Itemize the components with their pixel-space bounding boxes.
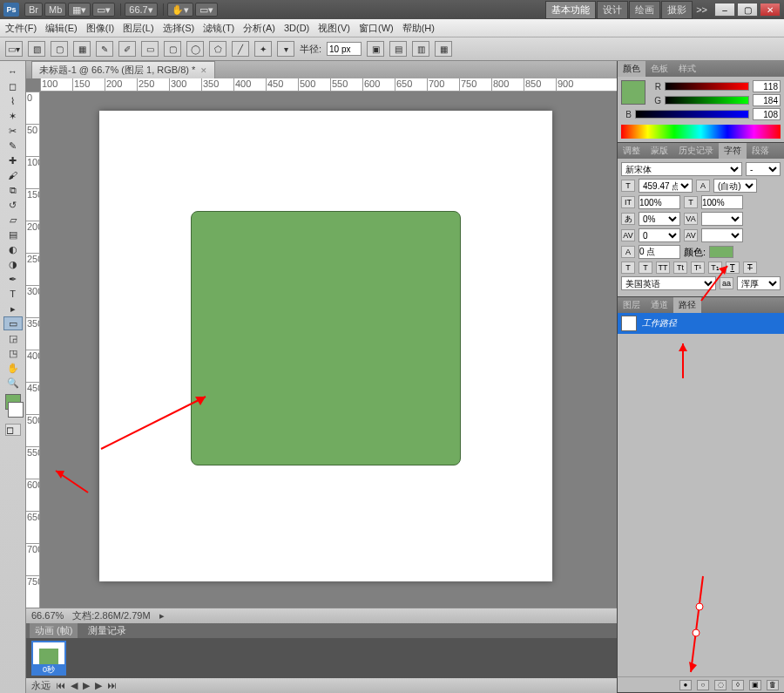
arrange-docs-button[interactable]: ▦▾	[68, 3, 91, 17]
rect-shape-icon[interactable]: ▭	[141, 41, 159, 57]
measure-log-tab[interactable]: 测量记录	[83, 623, 132, 638]
b-input[interactable]	[753, 108, 781, 120]
pen-tool[interactable]: ✒	[3, 272, 23, 286]
eyedropper-tool[interactable]: ✎	[3, 139, 23, 153]
color-swatch[interactable]	[621, 80, 645, 105]
ellipse-shape-icon[interactable]: ◯	[186, 41, 204, 57]
canvas-viewport[interactable]	[40, 92, 617, 608]
3d-camera-tool[interactable]: ◳	[3, 346, 23, 360]
first-frame-icon[interactable]: ⏮	[56, 680, 65, 690]
radius-input[interactable]	[327, 42, 362, 56]
lasso-tool[interactable]: ⌇	[3, 94, 23, 108]
ruler-vertical[interactable]: 0501001502002503003504004505005506006507…	[26, 92, 40, 608]
allcaps-icon[interactable]: TT	[656, 262, 670, 274]
menu-help[interactable]: 帮助(H)	[402, 22, 435, 35]
frame-thumbnail[interactable]: 0秒	[31, 641, 66, 676]
bold-icon[interactable]: T	[621, 262, 635, 274]
workspace-design[interactable]: 设计	[597, 1, 628, 19]
g-slider[interactable]	[665, 96, 749, 105]
menu-window[interactable]: 窗口(W)	[359, 22, 394, 35]
screen-mode-button[interactable]: ▭▾	[92, 3, 115, 17]
view-extras[interactable]: ▭▾	[195, 3, 218, 17]
hand-tool[interactable]: ✋	[3, 361, 23, 375]
menu-view[interactable]: 视图(V)	[318, 22, 350, 35]
frame-duration[interactable]: 0秒	[33, 664, 64, 676]
text-color-swatch[interactable]	[709, 246, 733, 258]
history-brush-tool[interactable]: ↺	[3, 198, 23, 212]
r-input[interactable]	[753, 80, 781, 92]
shape-layers-mode[interactable]: ▧	[28, 41, 45, 57]
antialias-select[interactable]: 浑厚	[737, 276, 781, 290]
workspace-painting[interactable]: 绘画	[629, 1, 660, 19]
document-tab[interactable]: 未标题-1 @ 66.7% (图层 1, RGB/8) * ✕	[31, 61, 215, 78]
new-path-icon[interactable]: ▣	[749, 680, 761, 690]
path-to-selection-icon[interactable]: ◌	[714, 680, 727, 690]
color-ramp[interactable]	[621, 125, 781, 139]
menu-file[interactable]: 文件(F)	[5, 22, 37, 35]
zoom-tool[interactable]: 🔍	[3, 376, 23, 390]
character-tab[interactable]: 字符	[719, 143, 747, 159]
font-size-select[interactable]: 459.47 点	[639, 179, 693, 193]
color-tab[interactable]: 颜色	[618, 61, 645, 77]
workspace-photography[interactable]: 摄影	[661, 1, 693, 19]
close-tab-icon[interactable]: ✕	[200, 66, 207, 75]
channels-tab[interactable]: 通道	[645, 297, 673, 313]
smallcaps-icon[interactable]: Tt	[673, 262, 687, 274]
menu-3d[interactable]: 3D(D)	[284, 23, 309, 33]
italic-icon[interactable]: T	[639, 262, 652, 274]
blur-tool[interactable]: ◐	[3, 242, 23, 256]
kern-auto-select[interactable]	[701, 212, 743, 226]
document-info[interactable]: 文档:2.86M/2.79M	[72, 609, 150, 622]
quick-mask-button[interactable]: ◻	[5, 424, 21, 436]
3d-tool[interactable]: ◲	[3, 331, 23, 345]
workspace-essentials[interactable]: 基本功能	[545, 1, 596, 19]
paragraph-tab[interactable]: 段落	[747, 143, 774, 159]
strike-icon[interactable]: T̶	[743, 262, 757, 274]
minibridge-button[interactable]: Mb	[44, 3, 66, 17]
hscale-input[interactable]	[701, 195, 743, 209]
custom-shape-icon[interactable]: ✦	[254, 41, 272, 57]
hand-tool-shortcut[interactable]: ✋▾	[167, 3, 193, 17]
status-arrow-icon[interactable]: ▸	[159, 610, 165, 622]
play-icon[interactable]: ▶	[83, 680, 90, 691]
baseline-input[interactable]	[639, 245, 680, 259]
polygon-shape-icon[interactable]: ⬠	[209, 41, 226, 57]
rounded-rectangle-shape[interactable]	[191, 211, 461, 465]
healing-tool[interactable]: ✚	[3, 153, 23, 167]
swatches-tab[interactable]: 色板	[645, 61, 673, 77]
gradient-tool[interactable]: ▤	[3, 228, 23, 241]
leading-select[interactable]: (自动)	[713, 179, 757, 193]
animation-tab[interactable]: 动画 (帧)	[30, 623, 78, 638]
paths-mode[interactable]: ▢	[51, 41, 68, 57]
loop-forever[interactable]: 永远	[31, 679, 51, 692]
combine-exclude[interactable]: ▦	[435, 41, 452, 57]
minimize-button[interactable]: –	[714, 3, 735, 17]
stroke-path-icon[interactable]: ○	[697, 680, 709, 690]
quick-select-tool[interactable]: ✶	[3, 109, 23, 123]
crop-tool[interactable]: ✂	[3, 124, 23, 138]
prev-frame-icon[interactable]: ◀	[71, 680, 78, 691]
adjustments-tab[interactable]: 调整	[618, 143, 645, 159]
line-shape-icon[interactable]: ╱	[232, 41, 249, 57]
canvas[interactable]	[99, 111, 552, 581]
eraser-tool[interactable]: ▱	[3, 213, 23, 227]
geometry-options[interactable]: ▾	[277, 41, 294, 57]
vscale-input[interactable]	[639, 195, 680, 209]
type-tool[interactable]: T	[3, 287, 23, 301]
layers-tab[interactable]: 图层	[618, 297, 645, 313]
menu-image[interactable]: 图像(I)	[86, 22, 114, 35]
kerning-select[interactable]: 0	[639, 228, 680, 242]
menu-analysis[interactable]: 分析(A)	[243, 22, 275, 35]
pen-icon[interactable]: ✎	[96, 41, 113, 57]
combine-subtract[interactable]: ▤	[389, 41, 407, 57]
selection-to-path-icon[interactable]: ◊	[732, 680, 744, 690]
font-family-select[interactable]: 新宋体	[621, 162, 742, 176]
stamp-tool[interactable]: ⧉	[3, 183, 23, 197]
freeform-pen-icon[interactable]: ✐	[118, 41, 136, 57]
path-item[interactable]: 工作路径	[618, 313, 784, 334]
last-frame-icon[interactable]: ⏭	[107, 680, 117, 690]
av-select[interactable]	[701, 228, 743, 242]
tracking-select[interactable]: 0%	[639, 212, 680, 226]
more-workspaces[interactable]: >>	[693, 4, 711, 15]
fill-path-icon[interactable]: ●	[679, 680, 692, 690]
